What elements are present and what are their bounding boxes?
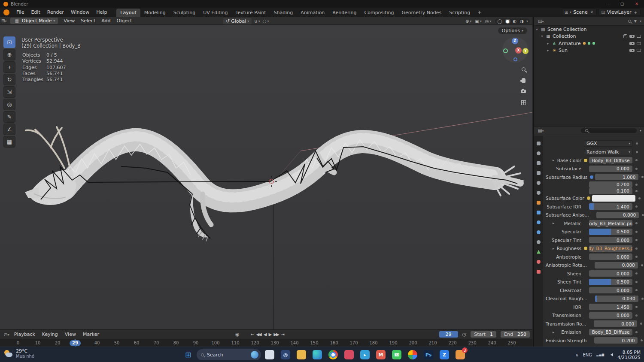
animate-decorator-icon[interactable] <box>635 306 638 308</box>
property-value-field[interactable]: Body_B3_Roughness.png <box>589 245 632 252</box>
hide-in-viewport-icon[interactable] <box>637 49 641 52</box>
expand-icon[interactable]: ▸ <box>553 158 554 162</box>
gizmos-toggle[interactable]: ▣▾ <box>475 19 481 24</box>
animate-decorator-icon[interactable] <box>641 264 643 266</box>
menu-item[interactable]: Window <box>67 8 93 17</box>
properties-search-input[interactable] <box>581 128 637 133</box>
menu-item[interactable]: File <box>13 8 27 17</box>
hidden-icons-chevron[interactable]: ∧ <box>575 353 578 357</box>
toggle-perspective-icon[interactable] <box>519 99 527 106</box>
editor-type-icon[interactable]: ⊞▾ <box>0 18 8 23</box>
animate-decorator-icon[interactable] <box>635 184 638 186</box>
disable-in-renders-icon[interactable] <box>629 35 635 38</box>
options-button[interactable]: Options▾ <box>498 27 527 34</box>
gizmo-neg-axis[interactable] <box>503 48 508 53</box>
link-dot-icon[interactable] <box>584 205 587 208</box>
animate-decorator-icon[interactable] <box>635 168 638 170</box>
link-dot-icon[interactable] <box>584 272 587 275</box>
link-dot-icon[interactable] <box>584 222 587 225</box>
taskbar-app-icon[interactable] <box>343 349 355 360</box>
workspace-tab[interactable]: Compositing <box>361 9 398 17</box>
property-value-field[interactable]: Body_B3_Diffuse <box>589 157 632 163</box>
link-dot-icon[interactable] <box>592 213 595 217</box>
exclude-checkbox-icon[interactable] <box>623 34 627 38</box>
minimize-button[interactable]: — <box>600 0 615 8</box>
scene-selector[interactable]: ⊞ ▾ Scene ✕ <box>562 9 597 16</box>
animate-decorator-icon[interactable] <box>635 190 638 192</box>
timeline-editor-icon[interactable]: ◷▾ <box>3 332 11 337</box>
workspace-tab[interactable]: Scripting <box>445 9 474 17</box>
hide-in-viewport-icon[interactable] <box>637 42 641 45</box>
menu-item[interactable]: Help <box>93 8 110 17</box>
current-frame-field[interactable]: 29 <box>439 331 458 338</box>
use-preview-range-icon[interactable]: ◷ <box>462 332 467 337</box>
outliner-row[interactable]: ▸ ☀ Sun <box>534 47 644 54</box>
animate-decorator-icon[interactable] <box>635 281 638 283</box>
property-value-field[interactable]: 0.000 <box>589 166 632 172</box>
property-value-field[interactable]: 0.500 <box>589 229 632 235</box>
tool-button[interactable]: ✎ <box>3 111 15 123</box>
animate-decorator-icon[interactable] <box>638 197 641 199</box>
properties-tab[interactable] <box>534 209 543 215</box>
expand-icon[interactable]: ▸ <box>553 247 554 250</box>
taskbar-app-icon[interactable]: M <box>375 349 386 360</box>
taskbar-app-icon[interactable] <box>296 349 307 360</box>
properties-tab[interactable] <box>534 190 543 196</box>
workspace-tab[interactable]: Animation <box>297 9 328 17</box>
maximize-button[interactable]: ▢ <box>615 0 629 8</box>
link-dot-icon[interactable] <box>587 196 590 200</box>
outliner-options-icon[interactable]: ▾ <box>640 19 641 23</box>
taskbar-app-icon[interactable]: 3 <box>455 349 466 360</box>
3d-viewport[interactable]: User Perspective (29) Collection | Body_… <box>0 25 532 329</box>
link-dot-icon[interactable] <box>584 159 587 162</box>
workspace-tab[interactable]: Layout <box>116 9 140 17</box>
tool-button[interactable]: ∠ <box>3 124 15 135</box>
taskbar-app-icon[interactable] <box>264 349 275 360</box>
transport-button[interactable]: ⇤ <box>251 332 253 337</box>
properties-tab[interactable] <box>534 259 543 265</box>
link-dot-icon[interactable] <box>584 289 587 292</box>
property-value-field[interactable]: 0.200 <box>589 181 632 188</box>
expand-icon[interactable]: ▸ <box>553 221 554 225</box>
viewport-menu-item[interactable]: Add <box>98 18 113 24</box>
disable-in-renders-icon[interactable] <box>629 49 635 52</box>
language-indicator[interactable]: ENG <box>583 353 592 357</box>
menu-item[interactable]: Render <box>44 8 67 17</box>
timeline-ruler[interactable]: 0102040506070809010011012013014015016017… <box>0 339 532 347</box>
property-value-field[interactable]: 0.000 <box>596 212 639 218</box>
expand-icon[interactable]: ▸ <box>553 330 554 334</box>
workspace-tab[interactable]: Shading <box>270 9 297 17</box>
playhead-badge[interactable]: 29 <box>70 340 81 346</box>
property-value-field[interactable]: 1.000 <box>595 174 638 180</box>
tool-button[interactable]: ⊡ <box>3 36 15 48</box>
distribution-dropdown[interactable]: GGX▾ <box>584 140 633 147</box>
transport-button[interactable]: ⇥ <box>281 332 284 337</box>
properties-tab[interactable] <box>534 199 543 205</box>
view-layer-selector[interactable]: ▤ ViewLayer + <box>598 9 641 16</box>
close-button[interactable]: ✕ <box>629 0 644 8</box>
property-value-field[interactable]: 1.400 <box>589 203 632 210</box>
end-frame-field[interactable]: End 250 <box>501 331 530 338</box>
animate-decorator-icon[interactable] <box>642 214 644 216</box>
animate-decorator-icon[interactable] <box>635 239 638 241</box>
animate-decorator-icon[interactable] <box>635 272 638 275</box>
property-value-field[interactable]: 0.000 <box>589 312 632 319</box>
animate-decorator-icon[interactable] <box>640 323 642 325</box>
property-value-field[interactable]: Body_B3_Metallic.png <box>589 220 632 226</box>
properties-tab[interactable] <box>534 150 543 156</box>
properties-tab[interactable] <box>534 170 543 176</box>
gizmo-x-axis[interactable]: X <box>515 47 522 54</box>
object-visibility-toggle[interactable]: ⊕▾ <box>465 19 471 24</box>
animate-decorator-icon[interactable] <box>635 231 638 233</box>
property-value-field[interactable]: 0.000 <box>595 262 638 268</box>
viewport-canvas[interactable] <box>0 25 532 329</box>
property-value-field[interactable] <box>592 195 635 202</box>
transport-button[interactable]: ◀ <box>264 332 266 337</box>
taskbar-app-icon[interactable] <box>312 349 323 360</box>
property-value-field[interactable]: Body_B3_Diffuse <box>589 329 632 335</box>
taskbar-app-icon[interactable]: Ps <box>423 349 434 360</box>
outliner-row[interactable]: ▸ ⋔ Armature <box>534 40 644 47</box>
animate-decorator-icon[interactable] <box>635 256 638 258</box>
expand-caret-icon[interactable]: ▸ <box>546 42 550 45</box>
subsurface-method-dropdown[interactable]: Random Walk▾ <box>584 149 633 155</box>
